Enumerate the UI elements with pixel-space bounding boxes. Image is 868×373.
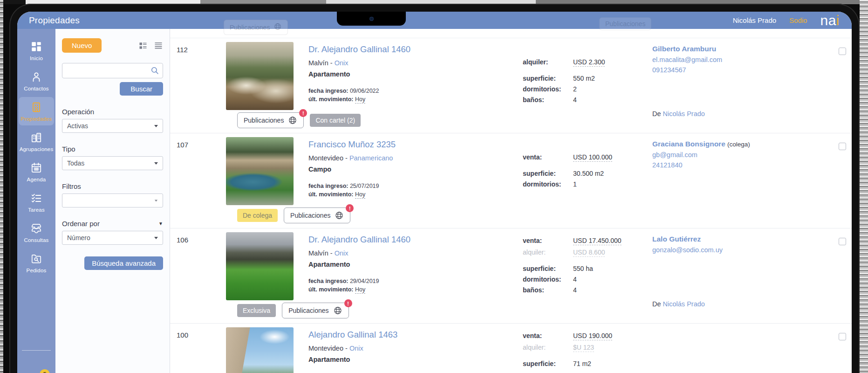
property-type: Apartamento <box>308 70 523 78</box>
sidebar: Inicio Contactos Propiedades <box>17 29 55 373</box>
contact-info: Gilberto Aramburu el.macalita@gmail.com … <box>652 38 852 117</box>
sort-direction-icon[interactable]: ▼ <box>158 221 163 226</box>
contact-name-link[interactable]: Graciana Bonsignore <box>652 140 725 148</box>
company-link[interactable]: Sodio <box>789 16 807 24</box>
listing-row: 107 Francisco Muñoz 3235 Montevideo - Pa… <box>170 133 852 228</box>
property-type: Apartamento <box>308 356 523 363</box>
page-title: Propiedades <box>29 15 80 26</box>
con-cartel-tag: Con cartel (2) <box>310 114 361 127</box>
owner-link[interactable]: Nicolás Prado <box>663 110 705 117</box>
sidebar-divider <box>22 350 51 351</box>
row-select-checkbox[interactable] <box>839 333 846 340</box>
search-icon[interactable] <box>150 66 159 75</box>
publicaciones-button[interactable]: Publicaciones ! <box>282 303 349 318</box>
agency-link[interactable]: Panamericano <box>349 154 393 162</box>
inbox-icon <box>30 222 42 235</box>
property-specs: alquiler:USD 2.300 superficie:550 m2 dor… <box>523 38 652 107</box>
operation-select[interactable]: Activas <box>62 119 163 133</box>
listing-tags: De colega Publicaciones ! <box>237 207 350 223</box>
sidebar-item-consultas[interactable]: Consultas <box>19 218 54 247</box>
price-value[interactable]: $U 123 <box>573 344 594 352</box>
app-screen: Propiedades Nicolás Prado Sodio nai Publ… <box>17 12 852 373</box>
advanced-search-button[interactable]: Búsqueda avanzada <box>84 256 163 270</box>
mockup-right-edge <box>860 0 868 373</box>
app-header: Propiedades Nicolás Prado Sodio nai <box>17 12 852 29</box>
nai-logo: nai <box>820 14 840 28</box>
chevron-down-icon <box>154 162 158 165</box>
sidebar-item-inmobiliarias[interactable]: 5 Inmobiliarias <box>19 371 54 373</box>
sidebar-item-agenda[interactable]: Agenda <box>19 158 54 186</box>
calendar-icon <box>30 162 42 174</box>
row-select-checkbox[interactable] <box>839 48 846 55</box>
contact-info: Graciana Bonsignore (colega) gb@gmail.co… <box>652 133 852 213</box>
price-value[interactable]: USD 17.450.000 <box>573 237 622 245</box>
listing-tags: Publicaciones ! Con cartel (2) <box>237 112 361 128</box>
chevron-down-icon <box>154 237 158 239</box>
sidebar-item-pedidos[interactable]: Pedidos <box>19 249 54 277</box>
agency-link[interactable]: Onix <box>335 59 349 67</box>
publicaciones-button[interactable]: Publicaciones ! <box>237 112 304 128</box>
property-photo[interactable] <box>226 327 294 373</box>
property-location: Malvín - Onix <box>308 249 523 257</box>
property-title-link[interactable]: Dr. Alejandro Gallinal 1460 <box>308 44 410 55</box>
notification-badge: 5 <box>40 369 50 373</box>
contact-email-link[interactable]: gb@gmail.com <box>652 151 819 159</box>
search-input[interactable] <box>62 63 163 78</box>
filters-select[interactable] <box>62 193 163 207</box>
contact-name-link[interactable]: Lalo Gutiérrez <box>652 235 701 243</box>
user-menu[interactable]: Nicolás Prado <box>733 16 776 24</box>
type-select[interactable]: Todas <box>62 156 163 170</box>
contact-phone[interactable]: 24121840 <box>652 161 819 169</box>
contact-note: (colega) <box>727 141 750 148</box>
listing-row: 106 Dr. Alejandro Gallinal 1460 Malvín -… <box>170 228 852 324</box>
property-photo[interactable] <box>226 42 294 110</box>
owner-link[interactable]: Nicolás Prado <box>663 300 705 308</box>
property-title-link[interactable]: Alejandro Gallinal 1463 <box>308 330 397 340</box>
new-button[interactable]: Nuevo <box>62 38 102 53</box>
property-type: Apartamento <box>308 261 523 268</box>
price-value[interactable]: USD 2.300 <box>573 58 605 67</box>
publicaciones-button[interactable]: Publicaciones ! <box>284 207 350 223</box>
list-view-button[interactable] <box>154 41 163 50</box>
contact-phone[interactable]: 091234567 <box>652 66 819 74</box>
sidebar-item-inicio[interactable]: Inicio <box>19 36 54 65</box>
chevron-down-icon <box>155 200 157 201</box>
contact-email-link[interactable]: el.macalita@gmail.com <box>652 56 819 63</box>
contact-name-link[interactable]: Gilberto Aramburu <box>652 45 716 53</box>
grid-view-button[interactable] <box>138 41 148 50</box>
property-photo[interactable] <box>226 137 294 205</box>
filter-panel: Nuevo <box>55 29 170 373</box>
alert-badge: ! <box>344 299 352 307</box>
globe-icon <box>333 306 342 315</box>
property-dates: fecha ingreso: 29/04/2019 últ. movimient… <box>308 278 523 293</box>
listing-owner: De Nicolás Prado <box>652 300 819 308</box>
price-value[interactable]: USD 190.000 <box>573 332 612 340</box>
property-location: Montevideo - Onix <box>308 345 523 352</box>
agency-link[interactable]: Onix <box>349 345 363 352</box>
sidebar-item-contactos[interactable]: Contactos <box>19 67 54 95</box>
sidebar-item-propiedades[interactable]: Propiedades <box>19 97 54 125</box>
last-movement-value[interactable]: Hoy <box>355 286 365 294</box>
property-dates: fecha ingreso: 09/06/2022 últ. movimient… <box>308 88 523 103</box>
property-title-link[interactable]: Dr. Alejandro Gallinal 1460 <box>308 235 410 245</box>
row-select-checkbox[interactable] <box>839 238 846 245</box>
property-specs: venta:USD 190.000 alquiler:$U 123 superf… <box>523 324 652 371</box>
property-photo[interactable] <box>226 232 294 300</box>
sidebar-item-agrupaciones[interactable]: Agrupaciones <box>19 127 54 156</box>
search-button[interactable]: Buscar <box>120 82 163 96</box>
row-select-checkbox[interactable] <box>839 143 846 150</box>
price-value[interactable]: USD 8.600 <box>573 249 605 257</box>
agency-link[interactable]: Onix <box>335 249 349 257</box>
price-value[interactable]: USD 100.000 <box>573 153 612 162</box>
order-select[interactable]: Número <box>62 231 163 245</box>
last-movement-value[interactable]: Hoy <box>355 191 365 199</box>
sidebar-item-tareas[interactable]: Tareas <box>19 188 54 216</box>
last-movement-value[interactable]: Hoy <box>355 96 365 104</box>
list-top-divider <box>170 29 852 38</box>
property-title-link[interactable]: Francisco Muñoz 3235 <box>308 139 396 150</box>
contact-email-link[interactable]: gonzalo@sodio.com.uy <box>652 246 819 254</box>
listing-number: 106 <box>177 228 199 244</box>
order-label: Ordenar por ▼ <box>62 220 163 228</box>
listing-number: 107 <box>177 133 199 149</box>
exclusiva-tag: Exclusiva <box>237 304 276 317</box>
